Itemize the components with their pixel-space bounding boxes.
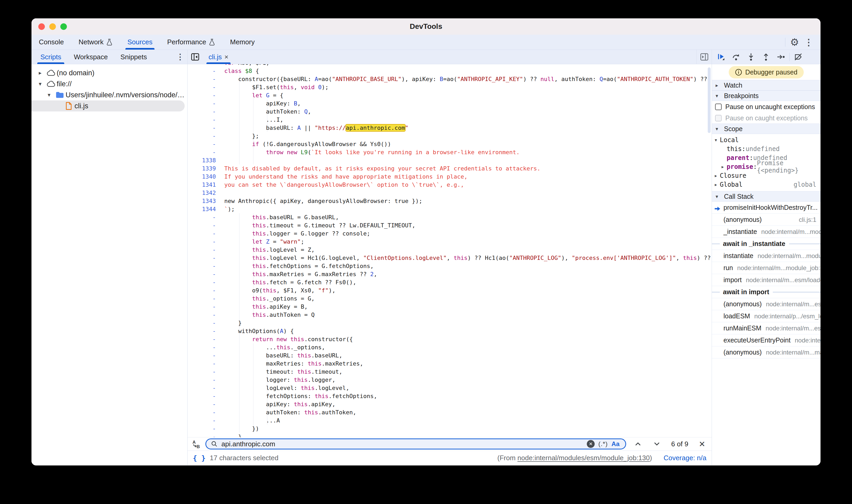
close-window-button[interactable] [38, 23, 45, 30]
gutter-line-number[interactable]: - [188, 67, 216, 75]
chevron-down-icon[interactable]: ▾ [35, 81, 45, 87]
stack-frame-runmainesm[interactable]: runMainESMnode:internal/m...es/run_main:… [712, 322, 820, 334]
regex-icon[interactable]: (.*) [598, 440, 608, 448]
gutter-line-number[interactable]: 1342 [188, 189, 216, 197]
tab-console[interactable]: Console [32, 35, 71, 50]
navigator-kebab-icon[interactable]: ⋮ [173, 50, 187, 64]
tab-memory[interactable]: Memory [223, 35, 262, 50]
chevron-right-icon[interactable]: ▸ [712, 173, 720, 179]
gutter-line-number[interactable]: - [188, 408, 216, 416]
gutter-line-number[interactable]: - [188, 286, 216, 294]
section-watch[interactable]: ▸ Watch [712, 80, 820, 90]
gutter-line-number[interactable]: - [188, 83, 216, 91]
gutter-line-number[interactable]: - [188, 294, 216, 303]
gutter-line-number[interactable]: 1338 [188, 156, 216, 164]
section-breakpoints[interactable]: ▾ Breakpoints [712, 90, 820, 101]
replace-toggle-icon[interactable]: AB [192, 439, 201, 448]
gutter-line-number[interactable]: - [188, 230, 216, 238]
gutter-line-number[interactable]: - [188, 238, 216, 246]
tab-sources[interactable]: Sources [120, 35, 160, 50]
kebab-menu-icon[interactable]: ⋮ [801, 38, 816, 47]
gutter-line-number[interactable]: - [188, 246, 216, 254]
gutter-line-number[interactable]: - [188, 213, 216, 221]
gutter-line-number[interactable]: - [188, 91, 216, 100]
stack-frame--instantiate[interactable]: _instantiatenode:internal/m...module_job… [712, 226, 820, 238]
gutter-line-number[interactable]: 1340 [188, 173, 216, 181]
gutter-line-number[interactable]: - [188, 64, 216, 67]
code-editor[interactable]: -var Xs0, $F1;-class $8 {- constructor({… [188, 64, 712, 437]
gutter-line-number[interactable]: - [188, 262, 216, 270]
gutter-line-number[interactable]: - [188, 108, 216, 116]
scope-group-global[interactable]: ▸Globalglobal [712, 180, 820, 189]
stack-frame-instantiate[interactable]: instantiatenode:internal/m...module_job:… [712, 250, 820, 262]
gutter-line-number[interactable]: - [188, 392, 216, 400]
chevron-right-icon[interactable]: ▸ [712, 182, 720, 187]
gutter-line-number[interactable]: - [188, 327, 216, 335]
gutter-line-number[interactable]: - [188, 416, 216, 425]
tree-item-users-jinhuilee-nvm-versions-node-v2-[interactable]: ▾Users/jinhuilee/.nvm/versions/node/v2..… [32, 89, 187, 101]
checkbox-pause-on-uncaught-exceptions[interactable]: Pause on uncaught exceptions [712, 101, 820, 112]
close-tab-icon[interactable]: × [225, 53, 229, 61]
checkbox-pause-on-caught-exceptions[interactable]: Pause on caught exceptions [712, 112, 820, 124]
gutter-line-number[interactable]: - [188, 384, 216, 392]
gutter-line-number[interactable]: - [188, 254, 216, 262]
tab-performance[interactable]: Performance [160, 35, 223, 50]
stack-frame-loadesm[interactable]: loadESMnode:internal/p.../esm_loader:34 [712, 310, 820, 322]
tree-item-cli-js[interactable]: cli.js [32, 101, 185, 111]
previous-match-icon[interactable] [631, 440, 645, 447]
chevron-down-icon[interactable]: ▾ [712, 138, 720, 143]
resume-icon[interactable] [713, 50, 728, 64]
gutter-line-number[interactable]: - [188, 352, 216, 360]
stack-frame-import[interactable]: importnode:internal/m...esm/loader:329 [712, 274, 820, 286]
gutter-line-number[interactable]: - [188, 368, 216, 376]
gutter-line-number[interactable]: - [188, 75, 216, 83]
checkbox-box[interactable] [715, 104, 722, 110]
gutter-line-number[interactable]: 1343 [188, 197, 216, 205]
stack-frame-run[interactable]: runnode:internal/m...module_job:214 [712, 262, 820, 274]
gutter-line-number[interactable]: - [188, 319, 216, 327]
stack-frame-executeuserentrypoint[interactable]: executeUserEntryPointnode:internal/m...s… [712, 334, 820, 346]
gutter-line-number[interactable]: - [188, 335, 216, 343]
gutter-line-number[interactable]: - [188, 343, 216, 352]
step-out-icon[interactable] [758, 50, 773, 64]
gutter-line-number[interactable]: - [188, 116, 216, 124]
match-case-icon[interactable]: Aa [611, 440, 621, 448]
section-scope[interactable]: ▾ Scope [712, 124, 820, 134]
gutter-line-number[interactable]: - [188, 124, 216, 132]
gutter-line-number[interactable]: - [188, 270, 216, 278]
gutter-line-number[interactable]: - [188, 148, 216, 156]
gutter-line-number[interactable]: - [188, 100, 216, 108]
checkbox-box[interactable] [715, 115, 722, 121]
settings-gear-icon[interactable]: ⚙ [790, 37, 799, 47]
gutter-line-number[interactable]: - [188, 140, 216, 148]
stack-frame-promiseinithookwithdestroytr-[interactable]: promiseInitHookWithDestroyTr...node:inte… [712, 202, 820, 214]
show-debugger-panel-icon[interactable] [696, 50, 712, 64]
gutter-line-number[interactable]: - [188, 400, 216, 408]
next-match-icon[interactable] [650, 440, 664, 447]
hide-navigator-icon[interactable] [188, 50, 203, 64]
tree-item--no-domain-[interactable]: ▸(no domain) [32, 67, 187, 78]
gutter-line-number[interactable]: - [188, 376, 216, 384]
gutter-line-number[interactable]: - [188, 433, 216, 437]
navigator-tab-workspace[interactable]: Workspace [67, 50, 114, 64]
chevron-down-icon[interactable]: ▾ [44, 92, 54, 98]
stack-frame--anonymous-[interactable]: (anonymous)node:internal/m...es/run_main… [712, 298, 820, 310]
search-input[interactable]: api.anthropic.com ✕ (.*) Aa [206, 438, 626, 449]
clear-icon[interactable]: ✕ [587, 440, 595, 448]
gutter-line-number[interactable]: - [188, 132, 216, 140]
scope-group-local[interactable]: ▾Local [712, 136, 820, 144]
step-icon[interactable] [773, 50, 788, 64]
gutter-line-number[interactable]: - [188, 303, 216, 311]
scope-var-this[interactable]: this: undefined [712, 144, 820, 154]
maximize-window-button[interactable] [60, 23, 67, 30]
pretty-print-icon[interactable]: { } [193, 454, 206, 462]
gutter-line-number[interactable]: 1341 [188, 181, 216, 189]
gutter-line-number[interactable]: - [188, 278, 216, 286]
deactivate-breakpoints-icon[interactable] [791, 50, 805, 64]
navigator-tab-scripts[interactable]: Scripts [34, 50, 67, 64]
gutter-line-number[interactable]: 1344 [188, 205, 216, 213]
minimize-window-button[interactable] [49, 23, 56, 30]
section-call-stack[interactable]: ▾ Call Stack [712, 191, 820, 202]
navigator-tab-snippets[interactable]: Snippets [114, 50, 153, 64]
coverage-link[interactable]: Coverage: n/a [664, 454, 706, 462]
